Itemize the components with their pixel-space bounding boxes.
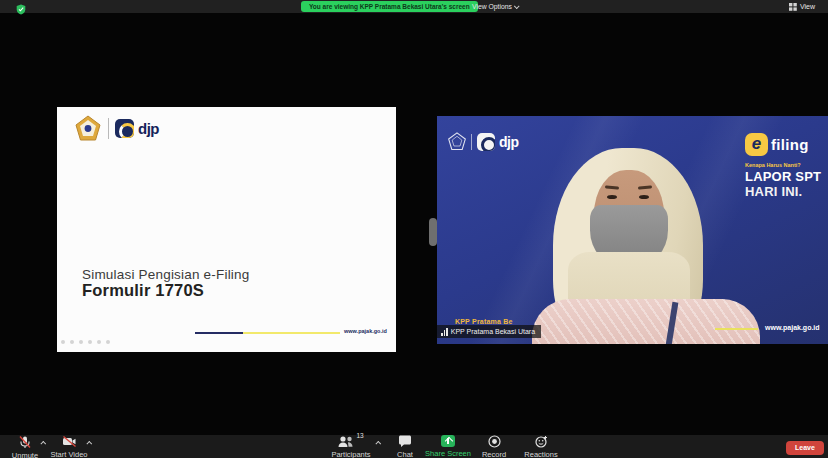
- participants-options-caret[interactable]: [375, 441, 381, 447]
- encryption-shield-icon[interactable]: [16, 1, 26, 19]
- eye: [607, 195, 617, 199]
- tile-website-rule: [715, 328, 758, 330]
- backdrop-office-name: KPP Pratama Be: [455, 318, 513, 325]
- djp-logo-text: djp: [499, 134, 519, 150]
- meeting-toolbar: Unmute Start Video 13 Participa: [0, 435, 828, 458]
- logo-divider: [108, 118, 109, 139]
- kemenkeu-logo-outline-icon: [448, 132, 466, 151]
- video-off-icon: [62, 435, 77, 448]
- participants-icon: [338, 435, 355, 448]
- screen-viewing-banner: You are viewing KPP Pratama Bekasi Utara…: [301, 1, 478, 12]
- tile-brand-logos: djp: [448, 132, 519, 151]
- chat-button[interactable]: Chat: [388, 435, 422, 458]
- share-screen-button[interactable]: Share Screen: [425, 435, 471, 458]
- audio-level-icon: [441, 328, 448, 336]
- start-video-button[interactable]: Start Video: [52, 435, 86, 458]
- slide-footer-rule-yellow: [243, 332, 340, 334]
- slide-brand-logos: djp: [75, 113, 159, 143]
- meeting-top-bar: You are viewing KPP Pratama Bekasi Utara…: [0, 0, 828, 13]
- chevron-down-icon: [514, 3, 520, 9]
- zoom-meeting-window: You are viewing KPP Pratama Bekasi Utara…: [0, 0, 828, 458]
- unmute-button[interactable]: Unmute: [8, 435, 42, 458]
- reactions-icon: [535, 435, 548, 448]
- tagline-line1: LAPOR SPT: [745, 169, 821, 184]
- djp-logo-icon: [115, 119, 134, 138]
- kemenkeu-logo-icon: [75, 115, 101, 142]
- participant-nametag: KPP Pratama Bekasi Utara: [437, 325, 541, 338]
- record-icon: [488, 435, 501, 448]
- view-button[interactable]: View: [789, 1, 815, 12]
- djp-logo-text: djp: [138, 120, 159, 137]
- view-options-button[interactable]: View Options: [472, 0, 518, 13]
- slide-title-line1: Simulasi Pengisian e-Filing: [82, 267, 249, 282]
- speaker-video-tile[interactable]: djp e filing Kenapa Harus Nanti? LAPOR S…: [437, 116, 828, 344]
- djp-logo-icon: [477, 133, 495, 151]
- slide-title-line2: Formulir 1770S: [82, 281, 204, 300]
- share-screen-icon: [441, 435, 455, 447]
- presentation-slide: djp Simulasi Pengisian e-Filing Formulir…: [57, 107, 396, 352]
- efiling-logo: e filing: [745, 133, 809, 156]
- tagline-question: Kenapa Harus Nanti?: [745, 162, 801, 168]
- participants-button[interactable]: 13 Participants: [329, 435, 373, 458]
- reactions-button[interactable]: Reactions: [522, 435, 560, 458]
- slide-footer-rule-navy: [195, 332, 243, 334]
- tile-website-text: www.pajak.go.id: [765, 324, 820, 331]
- logo-divider: [471, 134, 472, 150]
- social-icons-row: [61, 340, 110, 344]
- chat-icon: [398, 435, 412, 448]
- grid-view-icon: [789, 3, 797, 11]
- panel-resize-handle[interactable]: [429, 218, 437, 246]
- record-button[interactable]: Record: [477, 435, 511, 458]
- shoulders: [532, 299, 760, 344]
- video-options-caret[interactable]: [86, 441, 92, 447]
- shared-screen-stage: djp Simulasi Pengisian e-Filing Formulir…: [0, 13, 828, 435]
- mic-muted-icon: [18, 435, 32, 449]
- eye: [639, 195, 649, 199]
- efiling-e-icon: e: [745, 133, 768, 156]
- slide-website-text: www.pajak.go.id: [344, 328, 387, 334]
- participants-count: 13: [356, 432, 363, 439]
- tagline-line2: HARI INI.: [745, 184, 802, 199]
- leave-button[interactable]: Leave: [786, 441, 824, 455]
